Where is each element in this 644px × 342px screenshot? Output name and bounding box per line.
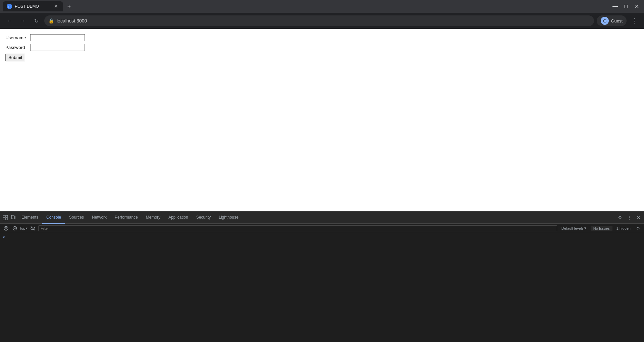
submit-button[interactable]: Submit: [5, 54, 25, 61]
device-toolbar-button[interactable]: [9, 214, 17, 222]
console-prompt-arrow: >: [3, 235, 5, 240]
inspect-element-button[interactable]: [1, 214, 9, 222]
svg-rect-3: [6, 215, 8, 217]
levels-arrow: ▾: [584, 226, 586, 230]
tab-title: POST DEMO: [15, 4, 52, 9]
console-settings-button[interactable]: ⚙: [635, 225, 641, 232]
page-content: Username Password Submit: [0, 29, 644, 211]
tab-lighthouse[interactable]: Lighthouse: [215, 212, 243, 224]
devtools-close-button[interactable]: ✕: [635, 214, 643, 222]
submit-row: Submit: [5, 54, 639, 61]
svg-point-10: [12, 218, 13, 218]
tab-console[interactable]: Console: [42, 212, 65, 224]
svg-text:P: P: [8, 5, 10, 8]
context-selector[interactable]: top ▾: [20, 226, 28, 230]
clear-console-button[interactable]: [3, 225, 9, 232]
svg-rect-4: [3, 218, 5, 220]
context-label: top: [20, 226, 25, 230]
devtools-settings-button[interactable]: ⚙: [616, 214, 624, 222]
no-issues-badge[interactable]: No Issues: [591, 226, 612, 231]
devtools-toolbar-icons: ⚙ ⋮ ✕: [616, 214, 643, 222]
close-window-button[interactable]: ✕: [632, 2, 641, 11]
devtools-panel: Elements Console Sources Network Perform…: [0, 211, 644, 342]
context-arrow: ▾: [26, 226, 28, 230]
preserve-log-button[interactable]: [11, 225, 18, 232]
console-content: >: [0, 233, 644, 342]
password-input[interactable]: [30, 44, 85, 51]
devtools-more-button[interactable]: ⋮: [625, 214, 633, 222]
browser-menu-button[interactable]: ⋮: [629, 15, 640, 26]
hidden-count-badge[interactable]: 1 hidden: [614, 226, 633, 231]
console-toolbar: top ▾ Default levels ▾ No Issues 1 hidde…: [0, 224, 644, 233]
console-prompt-line[interactable]: >: [3, 234, 641, 240]
address-bar: ← → ↻ 🔒 localhost:3000 G Guest ⋮: [0, 13, 644, 29]
lock-icon: 🔒: [48, 18, 54, 23]
svg-rect-5: [6, 218, 8, 220]
minimize-button[interactable]: —: [610, 2, 620, 11]
back-button[interactable]: ←: [4, 15, 15, 26]
maximize-button[interactable]: □: [621, 2, 631, 11]
username-input[interactable]: [30, 34, 85, 41]
address-input-wrap[interactable]: 🔒 localhost:3000: [44, 15, 594, 26]
address-text: localhost:3000: [57, 18, 590, 23]
profile-icon: G: [601, 17, 609, 25]
svg-point-14: [13, 226, 17, 230]
devtools-tab-bar: Elements Console Sources Network Perform…: [0, 212, 644, 224]
svg-rect-2: [3, 215, 5, 217]
new-tab-button[interactable]: +: [64, 2, 74, 11]
tab-performance[interactable]: Performance: [111, 212, 142, 224]
password-label: Password: [5, 45, 29, 50]
window-controls: — □ ✕: [610, 2, 641, 11]
tab-elements[interactable]: Elements: [17, 212, 42, 224]
password-row: Password: [5, 44, 639, 51]
active-tab[interactable]: P POST DEMO ✕: [3, 1, 63, 11]
levels-label: Default levels: [561, 226, 584, 230]
reload-button[interactable]: ↻: [31, 15, 42, 26]
tab-sources[interactable]: Sources: [65, 212, 88, 224]
tab-close-button[interactable]: ✕: [53, 3, 59, 9]
forward-button[interactable]: →: [17, 15, 28, 26]
tab-bar: P POST DEMO ✕ + — □ ✕: [0, 0, 644, 13]
username-row: Username: [5, 34, 639, 41]
profile-button[interactable]: G Guest: [597, 15, 627, 26]
username-label: Username: [5, 35, 29, 40]
tab-favicon: P: [7, 4, 12, 9]
console-filter-input[interactable]: [38, 225, 557, 231]
tab-application[interactable]: Application: [164, 212, 192, 224]
tab-network[interactable]: Network: [88, 212, 111, 224]
tab-security[interactable]: Security: [192, 212, 215, 224]
tab-memory[interactable]: Memory: [142, 212, 164, 224]
log-levels-button[interactable]: Default levels ▾: [559, 225, 589, 231]
hide-network-button[interactable]: [30, 225, 36, 232]
profile-label: Guest: [611, 18, 623, 23]
browser-chrome: P POST DEMO ✕ + — □ ✕ ← → ↻ 🔒 localhost:…: [0, 0, 644, 29]
